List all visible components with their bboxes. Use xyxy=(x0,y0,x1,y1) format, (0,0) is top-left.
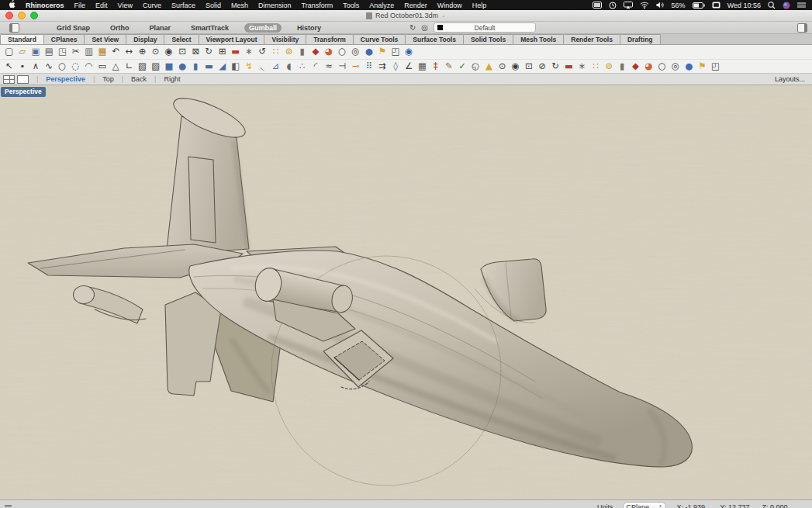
tab-cplanes[interactable]: CPlanes xyxy=(43,34,85,44)
pointer-icon[interactable]: ↖ xyxy=(2,62,16,71)
ellipse-tool-icon[interactable]: ◌ xyxy=(69,62,82,71)
array-grid-icon[interactable]: ▦ xyxy=(416,62,429,71)
help-icon[interactable]: ◉ xyxy=(403,47,416,57)
analyze-curvature-icon[interactable]: ◵ xyxy=(469,62,482,71)
view-tab-perspective[interactable]: Perspective xyxy=(46,75,85,83)
export-icon[interactable]: ◳ xyxy=(56,47,69,57)
wifi-icon[interactable] xyxy=(640,2,649,9)
tab-transform[interactable]: Transform xyxy=(306,34,354,44)
selection-frame2-icon[interactable]: ◰ xyxy=(709,62,722,71)
connect-nodes-icon[interactable]: ⊸ xyxy=(349,62,362,71)
tab-surface-tools[interactable]: Surface Tools xyxy=(405,34,464,44)
point-cloud-icon[interactable]: ∴ xyxy=(295,62,309,71)
window-titlebar[interactable]: Red October01.3dm ⌄ xyxy=(0,10,812,22)
zoom-icon[interactable]: ⊙ xyxy=(149,47,162,57)
extrude-surface-icon[interactable]: ▧ xyxy=(149,62,162,71)
cylinder-solid-icon[interactable]: ▮ xyxy=(189,62,202,71)
circle-tool-icon[interactable]: ○ xyxy=(56,62,69,71)
shaded-sphere-icon[interactable]: ● xyxy=(362,47,375,57)
rotate-view-icon[interactable]: ↻ xyxy=(202,47,216,57)
polyline-tool-icon[interactable]: ∧ xyxy=(29,62,42,71)
menubar-clock[interactable]: Wed 10:56 xyxy=(727,2,761,9)
pan-view-icon[interactable]: ↔ xyxy=(123,47,136,57)
view-tab-top[interactable]: Top xyxy=(102,75,114,83)
tab-set-view[interactable]: Set View xyxy=(84,34,126,44)
zoom-lens-icon[interactable]: ⊘ xyxy=(536,62,549,71)
spider-display2-icon[interactable]: ∗ xyxy=(575,62,589,71)
tab-render-tools[interactable]: Render Tools xyxy=(563,34,620,44)
new-file-icon[interactable]: ▢ xyxy=(2,47,16,57)
selection-frame-icon[interactable]: ◰ xyxy=(389,47,402,57)
lock2-icon[interactable]: ▮ xyxy=(616,62,629,71)
left-sidebar-toggle-icon[interactable] xyxy=(9,23,19,33)
perspective-viewport[interactable]: Perspective xyxy=(0,85,812,499)
spider-display-icon[interactable]: ∗ xyxy=(242,47,255,57)
tab-display[interactable]: Display xyxy=(126,34,164,44)
undo-icon[interactable]: ↶ xyxy=(109,47,123,57)
color-wheel-icon[interactable]: ◕ xyxy=(323,47,336,57)
spotlight-icon[interactable] xyxy=(768,2,776,9)
flag-icon[interactable]: ⚑ xyxy=(375,47,389,57)
lock-icon[interactable]: ▮ xyxy=(295,47,309,57)
zoom-window-icon[interactable]: ⊡ xyxy=(175,47,188,57)
curve-interpolate-icon[interactable]: ∿ xyxy=(43,62,56,71)
cone-analysis-icon[interactable]: ▲ xyxy=(482,62,496,71)
toggle-smarttrack[interactable]: SmartTrack xyxy=(186,23,233,33)
toggle-history[interactable]: History xyxy=(292,23,326,33)
title-chevron-icon[interactable]: ⌄ xyxy=(441,12,446,19)
menu-tools[interactable]: Tools xyxy=(343,2,359,9)
toggle-planar[interactable]: Planar xyxy=(145,23,176,33)
menu-edit[interactable]: Edit xyxy=(95,2,108,9)
menu-help[interactable]: Help xyxy=(472,2,487,9)
menu-dimension[interactable]: Dimension xyxy=(258,2,292,9)
edit-properties-icon[interactable]: ✎ xyxy=(442,62,455,71)
duplicate-icon[interactable]: ⇉ xyxy=(375,62,389,71)
annotate-icon[interactable]: ‡ xyxy=(429,62,442,71)
fillet-edge-icon[interactable]: ◟ xyxy=(256,62,269,71)
color-wheel2-icon[interactable]: ◕ xyxy=(642,62,655,71)
arc-tool-icon[interactable]: ◠ xyxy=(82,62,95,71)
zoom-dynamic2-icon[interactable]: ◉ xyxy=(509,62,522,71)
layer-visibility-icon[interactable]: ◆ xyxy=(309,47,322,57)
move-view-icon[interactable]: ⊕ xyxy=(136,47,149,57)
blob-surface-icon[interactable]: ◖ xyxy=(282,62,295,71)
polygon-tool-icon[interactable]: △ xyxy=(109,62,123,71)
menu-surface[interactable]: Surface xyxy=(171,2,195,9)
tab-visibility[interactable]: Visibility xyxy=(264,34,306,44)
battery-icon[interactable] xyxy=(693,2,705,9)
record-history-icon[interactable]: ◎ xyxy=(421,24,428,32)
tab-mesh-tools[interactable]: Mesh Tools xyxy=(513,34,564,44)
zoom-dynamic-icon[interactable]: ◉ xyxy=(162,47,175,57)
curve-fillet-icon[interactable]: ◜ xyxy=(309,62,322,71)
command-history-icon[interactable] xyxy=(5,505,12,508)
toggle-ortho[interactable]: Ortho xyxy=(105,23,134,33)
group-nodes-icon[interactable]: ⠿ xyxy=(362,62,375,71)
toggle-grid-snap[interactable]: Grid Snap xyxy=(52,23,95,33)
menu-render[interactable]: Render xyxy=(404,2,427,9)
menu-analyze[interactable]: Analyze xyxy=(369,2,394,9)
sphere-solid-icon[interactable]: ● xyxy=(175,62,188,71)
zoom2-icon[interactable]: ⊙ xyxy=(496,62,509,71)
explode-icon[interactable]: ↯ xyxy=(242,62,255,71)
viewport-layout-icon[interactable]: ⊞ xyxy=(216,47,229,57)
check-icon[interactable]: ✓ xyxy=(455,62,468,71)
tab-curve-tools[interactable]: Curve Tools xyxy=(353,34,406,44)
airplay-icon[interactable] xyxy=(624,2,633,9)
open-file-icon[interactable]: ▱ xyxy=(16,47,29,57)
ghosted-sphere-icon[interactable]: ◎ xyxy=(349,47,362,57)
wireframe-sphere2-icon[interactable]: ○ xyxy=(655,62,669,71)
zoom-window2-icon[interactable]: ⊡ xyxy=(522,62,535,71)
tab-viewport-layout[interactable]: Viewport Layout xyxy=(199,34,265,44)
boolean-split-icon[interactable]: ◧ xyxy=(229,62,242,71)
corner-curve-icon[interactable]: ∟ xyxy=(123,62,136,71)
save-file-icon[interactable]: ▣ xyxy=(29,47,42,57)
four-viewport-icon[interactable] xyxy=(3,75,15,84)
input-source-icon[interactable] xyxy=(712,2,720,9)
menu-solid[interactable]: Solid xyxy=(206,2,221,9)
cut-icon[interactable]: ✂ xyxy=(69,47,82,57)
ghosted-sphere2-icon[interactable]: ◎ xyxy=(669,62,682,71)
menu-file[interactable]: File xyxy=(74,2,86,9)
menu-window[interactable]: Window xyxy=(437,2,462,9)
time-machine-icon[interactable] xyxy=(609,2,617,9)
apple-logo-icon[interactable] xyxy=(9,0,16,10)
